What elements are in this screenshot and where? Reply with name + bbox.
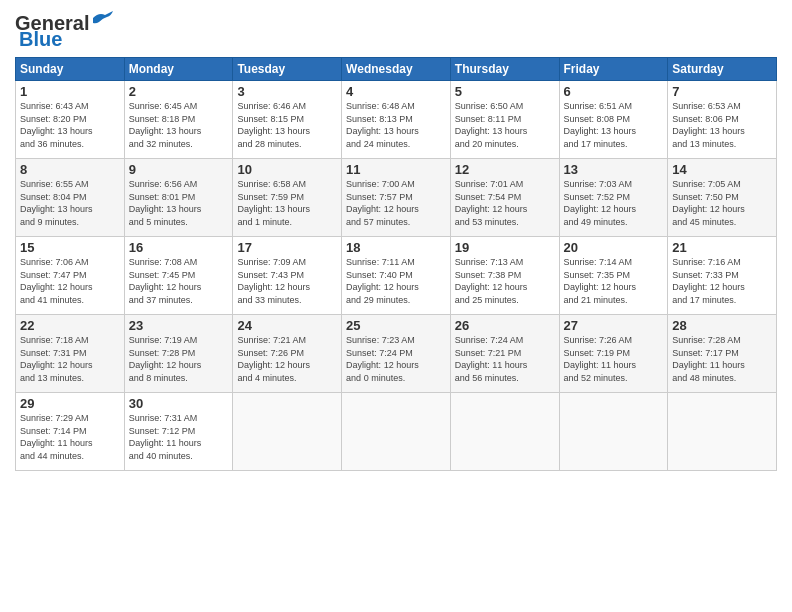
calendar-cell: 8Sunrise: 6:55 AM Sunset: 8:04 PM Daylig… [16,159,125,237]
logo: General Blue [15,10,113,51]
day-info: Sunrise: 7:31 AM Sunset: 7:12 PM Dayligh… [129,413,202,461]
day-number: 10 [237,162,337,177]
day-number: 25 [346,318,446,333]
calendar-cell: 13Sunrise: 7:03 AM Sunset: 7:52 PM Dayli… [559,159,668,237]
day-number: 5 [455,84,555,99]
day-number: 15 [20,240,120,255]
day-info: Sunrise: 6:48 AM Sunset: 8:13 PM Dayligh… [346,101,419,149]
calendar-cell: 27Sunrise: 7:26 AM Sunset: 7:19 PM Dayli… [559,315,668,393]
day-info: Sunrise: 6:46 AM Sunset: 8:15 PM Dayligh… [237,101,310,149]
col-header-monday: Monday [124,58,233,81]
day-number: 24 [237,318,337,333]
day-info: Sunrise: 7:19 AM Sunset: 7:28 PM Dayligh… [129,335,202,383]
day-number: 13 [564,162,664,177]
calendar-week-row: 8Sunrise: 6:55 AM Sunset: 8:04 PM Daylig… [16,159,777,237]
calendar-cell: 15Sunrise: 7:06 AM Sunset: 7:47 PM Dayli… [16,237,125,315]
day-number: 29 [20,396,120,411]
day-info: Sunrise: 6:58 AM Sunset: 7:59 PM Dayligh… [237,179,310,227]
calendar-table: SundayMondayTuesdayWednesdayThursdayFrid… [15,57,777,471]
day-info: Sunrise: 6:55 AM Sunset: 8:04 PM Dayligh… [20,179,93,227]
day-info: Sunrise: 7:09 AM Sunset: 7:43 PM Dayligh… [237,257,310,305]
day-number: 26 [455,318,555,333]
day-info: Sunrise: 7:13 AM Sunset: 7:38 PM Dayligh… [455,257,528,305]
day-info: Sunrise: 7:29 AM Sunset: 7:14 PM Dayligh… [20,413,93,461]
calendar-cell: 12Sunrise: 7:01 AM Sunset: 7:54 PM Dayli… [450,159,559,237]
day-info: Sunrise: 7:00 AM Sunset: 7:57 PM Dayligh… [346,179,419,227]
page-header: General Blue [15,10,777,51]
day-info: Sunrise: 7:05 AM Sunset: 7:50 PM Dayligh… [672,179,745,227]
calendar-cell: 14Sunrise: 7:05 AM Sunset: 7:50 PM Dayli… [668,159,777,237]
day-info: Sunrise: 6:51 AM Sunset: 8:08 PM Dayligh… [564,101,637,149]
day-info: Sunrise: 7:24 AM Sunset: 7:21 PM Dayligh… [455,335,528,383]
day-info: Sunrise: 7:16 AM Sunset: 7:33 PM Dayligh… [672,257,745,305]
day-number: 18 [346,240,446,255]
calendar-cell: 3Sunrise: 6:46 AM Sunset: 8:15 PM Daylig… [233,81,342,159]
day-number: 7 [672,84,772,99]
day-number: 14 [672,162,772,177]
day-number: 11 [346,162,446,177]
calendar-cell [233,393,342,471]
calendar-cell: 22Sunrise: 7:18 AM Sunset: 7:31 PM Dayli… [16,315,125,393]
calendar-cell: 9Sunrise: 6:56 AM Sunset: 8:01 PM Daylig… [124,159,233,237]
day-number: 30 [129,396,229,411]
day-info: Sunrise: 7:23 AM Sunset: 7:24 PM Dayligh… [346,335,419,383]
calendar-cell: 29Sunrise: 7:29 AM Sunset: 7:14 PM Dayli… [16,393,125,471]
day-number: 27 [564,318,664,333]
day-info: Sunrise: 7:01 AM Sunset: 7:54 PM Dayligh… [455,179,528,227]
day-info: Sunrise: 7:08 AM Sunset: 7:45 PM Dayligh… [129,257,202,305]
calendar-cell: 18Sunrise: 7:11 AM Sunset: 7:40 PM Dayli… [342,237,451,315]
calendar-cell: 23Sunrise: 7:19 AM Sunset: 7:28 PM Dayli… [124,315,233,393]
calendar-cell: 28Sunrise: 7:28 AM Sunset: 7:17 PM Dayli… [668,315,777,393]
calendar-cell: 5Sunrise: 6:50 AM Sunset: 8:11 PM Daylig… [450,81,559,159]
day-info: Sunrise: 7:03 AM Sunset: 7:52 PM Dayligh… [564,179,637,227]
day-number: 3 [237,84,337,99]
calendar-cell: 2Sunrise: 6:45 AM Sunset: 8:18 PM Daylig… [124,81,233,159]
calendar-cell: 6Sunrise: 6:51 AM Sunset: 8:08 PM Daylig… [559,81,668,159]
day-info: Sunrise: 7:21 AM Sunset: 7:26 PM Dayligh… [237,335,310,383]
day-info: Sunrise: 7:18 AM Sunset: 7:31 PM Dayligh… [20,335,93,383]
col-header-saturday: Saturday [668,58,777,81]
day-number: 28 [672,318,772,333]
day-number: 23 [129,318,229,333]
col-header-tuesday: Tuesday [233,58,342,81]
day-number: 17 [237,240,337,255]
calendar-cell: 7Sunrise: 6:53 AM Sunset: 8:06 PM Daylig… [668,81,777,159]
logo-blue: Blue [19,28,62,51]
calendar-week-row: 22Sunrise: 7:18 AM Sunset: 7:31 PM Dayli… [16,315,777,393]
day-info: Sunrise: 7:11 AM Sunset: 7:40 PM Dayligh… [346,257,419,305]
day-info: Sunrise: 6:53 AM Sunset: 8:06 PM Dayligh… [672,101,745,149]
calendar-cell: 16Sunrise: 7:08 AM Sunset: 7:45 PM Dayli… [124,237,233,315]
col-header-wednesday: Wednesday [342,58,451,81]
calendar-cell: 26Sunrise: 7:24 AM Sunset: 7:21 PM Dayli… [450,315,559,393]
calendar-body: 1Sunrise: 6:43 AM Sunset: 8:20 PM Daylig… [16,81,777,471]
calendar-cell: 4Sunrise: 6:48 AM Sunset: 8:13 PM Daylig… [342,81,451,159]
day-info: Sunrise: 7:14 AM Sunset: 7:35 PM Dayligh… [564,257,637,305]
day-info: Sunrise: 6:45 AM Sunset: 8:18 PM Dayligh… [129,101,202,149]
calendar-cell: 30Sunrise: 7:31 AM Sunset: 7:12 PM Dayli… [124,393,233,471]
day-number: 12 [455,162,555,177]
calendar-week-row: 15Sunrise: 7:06 AM Sunset: 7:47 PM Dayli… [16,237,777,315]
calendar-cell [559,393,668,471]
day-info: Sunrise: 7:26 AM Sunset: 7:19 PM Dayligh… [564,335,637,383]
day-info: Sunrise: 6:43 AM Sunset: 8:20 PM Dayligh… [20,101,93,149]
day-number: 22 [20,318,120,333]
calendar-cell [450,393,559,471]
calendar-week-row: 29Sunrise: 7:29 AM Sunset: 7:14 PM Dayli… [16,393,777,471]
day-info: Sunrise: 6:50 AM Sunset: 8:11 PM Dayligh… [455,101,528,149]
calendar-cell [668,393,777,471]
day-number: 8 [20,162,120,177]
day-number: 9 [129,162,229,177]
col-header-thursday: Thursday [450,58,559,81]
day-info: Sunrise: 6:56 AM Sunset: 8:01 PM Dayligh… [129,179,202,227]
calendar-header-row: SundayMondayTuesdayWednesdayThursdayFrid… [16,58,777,81]
calendar-week-row: 1Sunrise: 6:43 AM Sunset: 8:20 PM Daylig… [16,81,777,159]
calendar-cell: 19Sunrise: 7:13 AM Sunset: 7:38 PM Dayli… [450,237,559,315]
day-info: Sunrise: 7:28 AM Sunset: 7:17 PM Dayligh… [672,335,745,383]
col-header-sunday: Sunday [16,58,125,81]
calendar-cell: 17Sunrise: 7:09 AM Sunset: 7:43 PM Dayli… [233,237,342,315]
calendar-cell: 25Sunrise: 7:23 AM Sunset: 7:24 PM Dayli… [342,315,451,393]
logo-bird-icon [91,10,113,26]
day-number: 19 [455,240,555,255]
calendar-cell: 1Sunrise: 6:43 AM Sunset: 8:20 PM Daylig… [16,81,125,159]
calendar-cell [342,393,451,471]
